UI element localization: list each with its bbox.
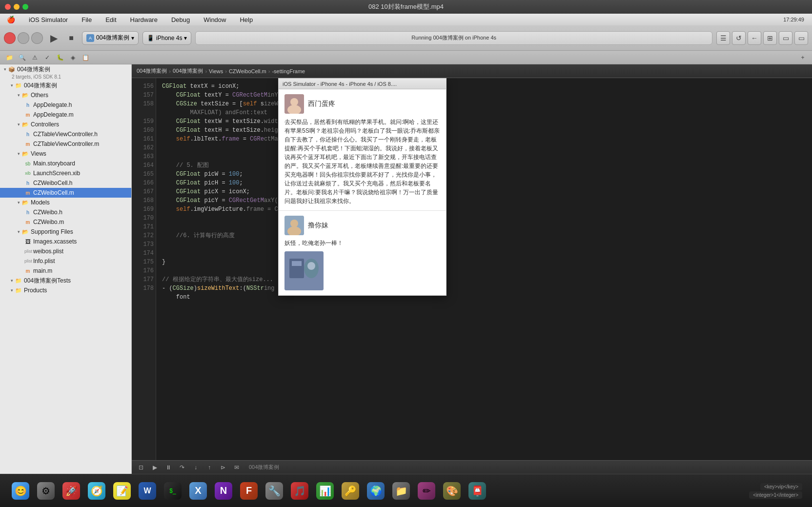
sidebar-item-czweibo-m[interactable]: m CZWeibo.m: [0, 217, 131, 227]
dock-item-15[interactable]: 🌍: [365, 480, 386, 502]
dock-item-11[interactable]: 🔧: [264, 480, 285, 502]
dock-safari[interactable]: 🧭: [86, 480, 107, 502]
plist-icon: plist: [24, 249, 31, 254]
debug-btn-6[interactable]: ↑: [204, 462, 215, 473]
dock-terminal[interactable]: $_: [162, 480, 183, 502]
toolbar-maximize[interactable]: [31, 32, 43, 44]
sidebar-item-czweibo-h[interactable]: h CZWeibo.h: [0, 207, 131, 217]
nav-report-icon[interactable]: 📋: [80, 52, 91, 63]
breadcrumb-project[interactable]: 004微博案例: [137, 67, 167, 75]
nav-folder-icon[interactable]: 📁: [4, 52, 15, 63]
maximize-button[interactable]: [22, 4, 28, 10]
layout-btn3[interactable]: ▭: [794, 31, 808, 45]
supporting-files-group[interactable]: ▾ 📂 Supporting Files: [0, 227, 131, 237]
refresh-btn[interactable]: ↺: [732, 31, 746, 45]
dock-item-19[interactable]: 📮: [467, 480, 488, 502]
dock-word[interactable]: W: [137, 480, 158, 502]
scheme-selector[interactable]: A 004微博案例 ▾: [82, 31, 139, 45]
source-file-icon: m: [24, 190, 31, 196]
breadcrumb-file[interactable]: CZWeiboCell.m: [229, 68, 266, 74]
code-editor[interactable]: CGFloat textX = iconX; CGFloat textY = C…: [156, 78, 812, 460]
dock-item-17[interactable]: ✏: [416, 480, 437, 502]
nav-breakpoint-icon[interactable]: ◈: [67, 52, 78, 63]
sidebar-products-group[interactable]: ▾ 📁 Products: [0, 285, 131, 295]
disclosure-icon: ▾: [11, 278, 13, 283]
dock-xcode[interactable]: X: [187, 480, 209, 502]
navigator-toggle[interactable]: ☰: [716, 31, 730, 45]
sidebar-item-main-storyboard[interactable]: sb Main.storyboard: [0, 159, 131, 168]
dock-sys-prefs[interactable]: ⚙: [35, 480, 57, 502]
close-button[interactable]: [5, 4, 11, 10]
dock-item-13[interactable]: 📊: [314, 480, 336, 502]
nav-warning-icon[interactable]: ⚠: [29, 52, 40, 63]
sidebar-item-info-plist[interactable]: plist Info.plist: [0, 256, 131, 266]
debug-btn-2[interactable]: ▶: [149, 462, 160, 473]
sidebar-item-czweibocell-m[interactable]: m CZWeiboCell.m: [0, 188, 131, 198]
sidebar-item-cztablevc-m[interactable]: m CZTableViewController.m: [0, 139, 131, 149]
dock-launchpad[interactable]: 🚀: [61, 480, 82, 502]
minimize-button[interactable]: [14, 4, 20, 10]
nav-debug-icon[interactable]: 🐛: [55, 52, 65, 63]
sidebar-item-czweibocell-h[interactable]: h CZWeiboCell.h: [0, 178, 131, 188]
nav-plus-icon[interactable]: +: [797, 52, 808, 63]
debug-btn-3[interactable]: ⏸: [163, 462, 174, 473]
models-group[interactable]: ▾ 📂 Models: [0, 198, 131, 207]
project-root[interactable]: ▾ 📦 004微博案例: [0, 64, 131, 74]
target-root[interactable]: ▾ 📁 004微博案例: [0, 81, 131, 90]
controllers-group[interactable]: ▾ 📂 Controllers: [0, 120, 131, 129]
layout-btn1[interactable]: ⊞: [763, 31, 777, 45]
sidebar-tests-group[interactable]: ▾ 📁 004微博案例Tests: [0, 276, 131, 285]
apple-menu[interactable]: 🍎: [4, 15, 18, 24]
window-controls[interactable]: [5, 4, 28, 10]
sidebar-item-appdelegate-m[interactable]: m AppDelegate.m: [0, 110, 131, 120]
dock-onenote[interactable]: N: [213, 480, 234, 502]
nav-search-icon[interactable]: 🔍: [17, 52, 27, 63]
simulator-content: 西门蛋疼 去买祭品，居然看到有纸糊的苹果手机。就问:啊哈，这里还有苹果5S啊？老…: [279, 89, 446, 295]
debug-btn-8[interactable]: ✉: [231, 462, 242, 473]
breadcrumb-folder[interactable]: 004微博案例: [173, 67, 203, 75]
dock-item-14[interactable]: 🔑: [340, 480, 361, 502]
svg-point-4: [290, 220, 298, 227]
layout-btn2[interactable]: ▭: [779, 31, 792, 45]
menu-edit[interactable]: Edit: [102, 15, 119, 24]
device-selector[interactable]: 📱 iPhone 4s ▾: [142, 31, 191, 45]
disclosure-icon: ▾: [18, 229, 20, 234]
stop-button[interactable]: ■: [64, 31, 78, 45]
menu-file[interactable]: File: [79, 15, 95, 24]
dock-filezilla[interactable]: F: [238, 480, 260, 502]
scheme-icon: A: [86, 34, 94, 42]
sim-post-2: 撸你妹 妖怪，吃俺老孙一棒！: [279, 211, 446, 295]
menu-help[interactable]: Help: [237, 15, 256, 24]
sidebar-item-appdelegate-h[interactable]: h AppDelegate.h: [0, 100, 131, 110]
sidebar-item-launchscreen[interactable]: xib LaunchScreen.xib: [0, 168, 131, 178]
back-btn[interactable]: ←: [748, 31, 761, 45]
nav-test-icon[interactable]: ✓: [42, 52, 53, 63]
disclosure-icon: ▾: [11, 83, 13, 88]
others-group[interactable]: ▾ 📂 Others: [0, 90, 131, 100]
breadcrumb-views[interactable]: Views: [209, 68, 223, 74]
run-button[interactable]: ▶: [47, 31, 61, 45]
sidebar-item-images[interactable]: 🖼 Images.xcassets: [0, 237, 131, 246]
debug-btn-4[interactable]: ↷: [177, 462, 187, 473]
views-group[interactable]: ▾ 📂 Views: [0, 149, 131, 159]
dock-finder[interactable]: 😊: [10, 480, 31, 502]
onenote-icon: N: [215, 482, 232, 500]
menu-window[interactable]: Window: [201, 15, 229, 24]
menu-ios-simulator[interactable]: iOS Simulator: [26, 15, 71, 24]
dock-notes[interactable]: 📝: [111, 480, 133, 502]
dock-item-16[interactable]: 📁: [390, 480, 412, 502]
debug-btn-5[interactable]: ↓: [190, 462, 201, 473]
toolbar-minimize[interactable]: [18, 32, 29, 44]
debug-btn-7[interactable]: ⊳: [218, 462, 228, 473]
sidebar-item-weibos-plist[interactable]: plist weibos.plist: [0, 246, 131, 256]
sidebar-item-main-m[interactable]: m main.m: [0, 266, 131, 276]
menu-hardware[interactable]: Hardware: [127, 15, 161, 24]
word-icon: W: [139, 482, 156, 500]
dock-item-12[interactable]: 🎵: [289, 480, 310, 502]
toolbar-close[interactable]: [4, 32, 16, 44]
sidebar-item-cztablevc-h[interactable]: h CZTableViewController.h: [0, 129, 131, 139]
debug-btn-1[interactable]: ⊡: [136, 462, 146, 473]
dock-item-18[interactable]: 🎨: [441, 480, 463, 502]
menu-debug[interactable]: Debug: [168, 15, 193, 24]
breadcrumb-method[interactable]: -settingFrame: [272, 68, 305, 74]
